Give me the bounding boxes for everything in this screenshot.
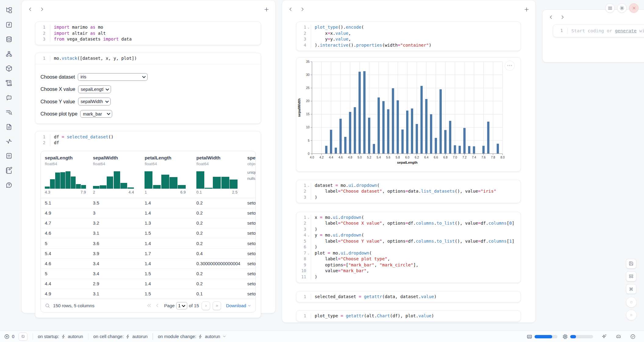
column2-add-cell-button[interactable]	[524, 6, 530, 12]
table-cell: 4.7	[41, 218, 89, 228]
on-module-change-mode[interactable]: on module change: autorun	[158, 334, 227, 339]
logs-icon[interactable]	[4, 78, 14, 88]
svg-text:25: 25	[306, 86, 310, 90]
code-editor-dataset[interactable]: 1⌄dataset = mo.ui.dropdown(2 label="Choo…	[296, 180, 521, 203]
column-header-sepalWidth[interactable]: sepalWidthfloat6424.4	[89, 155, 141, 194]
table-row: 53.41.50.2setos	[41, 269, 256, 279]
chart-actions-button[interactable]	[505, 61, 514, 70]
settings-button[interactable]	[617, 3, 627, 13]
snippets-icon[interactable]	[4, 151, 14, 161]
copilot-button[interactable]	[613, 333, 624, 340]
y-select[interactable]: sepalWidth	[78, 98, 111, 105]
column2-next-button[interactable]	[299, 6, 305, 12]
table-cell: 1.4	[141, 259, 192, 269]
column3-prev-button[interactable]	[548, 14, 554, 20]
menu-button[interactable]	[605, 3, 615, 13]
fold-chevron-icon[interactable]: ⌄	[306, 215, 311, 221]
ai-chat-icon[interactable]	[4, 92, 14, 103]
code-editor-plottype[interactable]: 1plot_type = getattr(alt.Chart(df), plot…	[296, 311, 521, 322]
table-search-icon[interactable]	[45, 303, 50, 308]
cpu-icon	[562, 334, 568, 340]
column-header-speci[interactable]: speciobjecuniqunulls:	[243, 155, 256, 194]
altair-bar-chart[interactable]: 4.04.24.44.64.85.05.25.45.65.86.06.26.46…	[296, 58, 521, 173]
keyboard-shortcuts-button[interactable]	[626, 284, 636, 294]
column2-prev-button[interactable]	[288, 6, 294, 12]
table-cell: 0.2	[192, 269, 243, 279]
last-page-button[interactable]	[213, 301, 221, 310]
column1-add-cell-button[interactable]	[263, 6, 270, 12]
functions-icon[interactable]	[4, 20, 14, 30]
file-tree-icon[interactable]	[4, 5, 14, 16]
datasources-icon[interactable]	[4, 34, 14, 45]
column1-next-button[interactable]	[39, 6, 45, 12]
code-editor-plot[interactable]: 1⌄plot_type().encode(2 x=x.value,3 y=y.v…	[296, 22, 521, 51]
page-total: of 15	[189, 303, 199, 308]
column-header-sepalLength[interactable]: sepalLengthfloat644.37.9	[41, 155, 89, 194]
first-page-button[interactable]	[145, 303, 153, 308]
documentation-icon[interactable]	[4, 122, 14, 132]
table-cell: setos	[243, 259, 256, 269]
table-cell: setos	[243, 249, 256, 258]
control-label: Choose plot type	[41, 111, 77, 117]
help-icon[interactable]	[4, 180, 14, 191]
code-editor-df[interactable]: 1df = selected_dataset()2df	[35, 131, 261, 148]
code-editor-selected[interactable]: 1selected_dataset = getattr(data, datase…	[296, 291, 521, 302]
svg-text:10: 10	[306, 126, 310, 129]
next-page-button[interactable]	[202, 301, 210, 310]
text-search-icon[interactable]	[4, 107, 14, 118]
generate-link[interactable]: generate	[615, 28, 636, 33]
connection-status-button[interactable]	[628, 333, 638, 340]
control-label: Choose X value	[41, 86, 75, 92]
mini-histogram	[196, 170, 238, 189]
line-number: 1	[556, 28, 563, 34]
table-cell: setos	[243, 238, 256, 248]
run-button[interactable]	[626, 310, 637, 320]
code-line: 1import marimo as mo	[38, 24, 257, 30]
code-line: 9 options=["mark_bar", "mark_circle"],	[299, 262, 516, 268]
plot-select[interactable]: mark_bar	[80, 110, 112, 118]
prev-page-button[interactable]	[153, 303, 162, 308]
scratchpad-icon[interactable]	[4, 165, 14, 176]
x-select[interactable]: sepalLength	[78, 85, 111, 93]
column-header-petalWidth[interactable]: petalWidthfloat640.12.5	[192, 155, 243, 194]
column-header-petalLength[interactable]: petalLengthfloat6416.9	[141, 155, 192, 194]
table-cell: 5.1	[41, 198, 89, 208]
error-indicator[interactable]: 0	[4, 334, 14, 340]
stop-button[interactable]	[626, 297, 637, 308]
code-editor-xyplot[interactable]: 1⌄x = mo.ui.dropdown(2 label="Choose X v…	[296, 212, 521, 283]
svg-text:4.2: 4.2	[319, 156, 324, 159]
close-button[interactable]	[629, 3, 639, 13]
code-cell-df: 1df = selected_dataset()2df sepalLengthf…	[35, 131, 261, 318]
code-line: 6)	[299, 244, 516, 250]
ai-sparkles-button[interactable]	[599, 333, 610, 340]
save-button[interactable]	[626, 259, 636, 269]
code-placeholder: Start coding or generate with AI	[567, 28, 644, 34]
on-cell-change-mode[interactable]: on cell change: autorun	[93, 334, 148, 339]
tracing-icon[interactable]	[4, 136, 14, 147]
memory-icon	[527, 334, 532, 340]
code-editor-vstack[interactable]: 1mo.vstack([dataset, x, y, plot])	[35, 53, 261, 64]
column3-next-button[interactable]	[560, 14, 565, 20]
on-startup-mode[interactable]: on startup: autorun	[38, 334, 83, 339]
code-editor-imports[interactable]: 1import marimo as mo2import altair as al…	[35, 22, 261, 45]
fold-chevron-icon[interactable]: ⌄	[306, 24, 311, 30]
fold-chevron-icon[interactable]: ⌄	[306, 250, 311, 256]
code-line: 11)	[299, 274, 516, 280]
fold-chevron-icon[interactable]: ⌄	[306, 183, 311, 189]
table-cell: 1.4	[141, 238, 192, 248]
table-row: 4.93.11.50.1setos	[41, 289, 256, 299]
fold-chevron-icon[interactable]: ⌄	[306, 232, 311, 238]
layout-button[interactable]	[626, 271, 636, 281]
page-select[interactable]: 1	[176, 302, 187, 309]
packages-icon[interactable]	[4, 63, 14, 74]
error-count: 0	[12, 334, 14, 339]
column1-prev-button[interactable]	[27, 6, 33, 12]
terminal-button[interactable]	[19, 333, 28, 341]
svg-text:sepalLength: sepalLength	[397, 160, 417, 164]
dependency-graph-icon[interactable]	[4, 49, 14, 59]
download-button[interactable]: Download	[226, 303, 251, 308]
lightning-icon	[198, 334, 203, 339]
empty-code-cell[interactable]: 1 Start coding or generate with AI	[553, 24, 644, 37]
dataset-select[interactable]: iris	[78, 73, 148, 81]
code-line: 5 label="Choose Y value", options=df.col…	[299, 238, 516, 244]
